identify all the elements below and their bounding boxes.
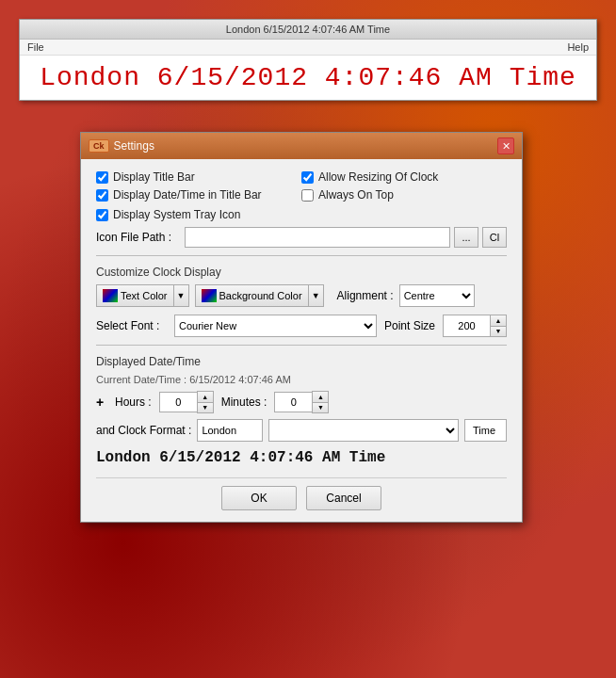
hours-down[interactable]: ▼	[198, 403, 213, 413]
close-button[interactable]: ✕	[497, 137, 514, 154]
dialog-buttons: OK Cancel	[96, 477, 507, 510]
system-tray-label[interactable]: Display System Tray Icon	[113, 208, 240, 221]
display-datetime-checkbox[interactable]	[96, 189, 108, 202]
settings-body: Display Title Bar Display Date/Time in T…	[81, 159, 522, 522]
clock-display: London 6/15/2012 4:07:46 AM Time	[20, 56, 596, 100]
point-size-label: Point Size	[384, 319, 435, 332]
hours-input[interactable]	[159, 392, 197, 412]
clock-menubar: File Help	[20, 40, 596, 56]
left-checks: Display Title Bar Display Date/Time in T…	[96, 170, 301, 206]
ok-button[interactable]: OK	[221, 486, 297, 510]
minutes-label: Minutes :	[221, 396, 267, 409]
bg-color-dropdown[interactable]: ▼	[309, 284, 324, 307]
allow-resizing-checkbox[interactable]	[301, 171, 314, 184]
divider2	[96, 345, 507, 346]
icon-path-label: Icon File Path :	[96, 231, 181, 244]
point-size-spinner: ▲ ▼	[490, 315, 507, 337]
point-size-input[interactable]	[443, 315, 490, 337]
point-size-up[interactable]: ▲	[491, 315, 506, 327]
display-titlebar-row: Display Title Bar	[96, 170, 301, 184]
alignment-label: Alignment :	[337, 289, 394, 302]
system-tray-row: Display System Tray Icon	[96, 208, 507, 221]
offset-row: + Hours : ▲ ▼ Minutes : ▲ ▼	[96, 391, 507, 413]
text-color-group: Text Color ▼	[96, 284, 189, 307]
font-select[interactable]: Courier New Arial Times New Roman	[174, 315, 377, 337]
plus-label: +	[96, 395, 107, 410]
settings-title: Settings	[114, 139, 154, 153]
titlebar-left: Ck Settings	[89, 139, 154, 153]
allow-resizing-row: Allow Resizing Of Clock	[301, 170, 507, 184]
always-on-top-checkbox[interactable]	[301, 189, 314, 202]
minutes-up[interactable]: ▲	[313, 392, 328, 403]
current-value: 6/15/2012 4:07:46 AM	[189, 374, 291, 385]
point-size-down[interactable]: ▼	[491, 327, 506, 337]
bg-color-icon	[202, 289, 217, 302]
right-checks: Allow Resizing Of Clock Always On Top	[301, 170, 507, 206]
clear-button[interactable]: Cl	[482, 227, 507, 248]
checkboxes-section: Display Title Bar Display Date/Time in T…	[96, 170, 507, 206]
displayed-section-label: Displayed Date/Time	[96, 355, 507, 368]
clock-format-row: and Clock Format : Time	[96, 419, 507, 442]
always-on-top-row: Always On Top	[301, 188, 507, 202]
browse-button[interactable]: ...	[454, 227, 478, 248]
display-titlebar-checkbox[interactable]	[96, 171, 108, 184]
cancel-button[interactable]: Cancel	[306, 486, 381, 510]
clock-text: London 6/15/2012 4:07:46 AM Time	[31, 63, 585, 92]
point-size-container: ▲ ▼	[443, 315, 507, 337]
minutes-input[interactable]	[274, 392, 312, 412]
text-color-icon	[103, 289, 118, 302]
and-label: and Clock Format :	[96, 424, 191, 437]
minutes-spinner: ▲ ▼	[312, 391, 329, 413]
alignment-select[interactable]: Left Centre Right	[399, 284, 475, 307]
minutes-down[interactable]: ▼	[313, 403, 328, 413]
clock-window: London 6/15/2012 4:07:46 AM Time File He…	[19, 19, 597, 101]
display-datetime-label[interactable]: Display Date/Time in Title Bar	[113, 188, 262, 202]
color-buttons-row: Text Color ▼ Background Color ▼ Alignmen…	[96, 284, 507, 307]
text-color-dropdown[interactable]: ▼	[174, 284, 189, 307]
icon-path-input[interactable]	[185, 227, 450, 248]
background-color-button[interactable]: Background Color	[195, 284, 309, 307]
customize-section-label: Customize Clock Display	[96, 266, 507, 279]
font-label: Select Font :	[96, 319, 167, 332]
ck-icon: Ck	[89, 139, 109, 153]
icon-path-row: Icon File Path : ... Cl	[96, 227, 507, 248]
display-datetime-row: Display Date/Time in Title Bar	[96, 188, 301, 202]
background-color-label: Background Color	[219, 290, 302, 301]
format-select[interactable]	[268, 419, 459, 442]
minutes-input-group: ▲ ▼	[274, 391, 329, 413]
display-titlebar-label[interactable]: Display Title Bar	[113, 170, 195, 184]
clock-window-title: London 6/15/2012 4:07:46 AM Time	[226, 24, 390, 35]
divider1	[96, 255, 507, 256]
hours-up[interactable]: ▲	[198, 392, 213, 403]
displayed-section: Displayed Date/Time Current Date/Time : …	[96, 355, 507, 466]
allow-resizing-label[interactable]: Allow Resizing Of Clock	[318, 170, 438, 184]
bg-color-group: Background Color ▼	[195, 284, 324, 307]
timezone-input[interactable]	[197, 419, 263, 442]
settings-titlebar: Ck Settings ✕	[81, 133, 522, 159]
system-tray-checkbox[interactable]	[96, 209, 108, 221]
current-datetime-row: Current Date/Time : 6/15/2012 4:07:46 AM	[96, 374, 507, 385]
hours-input-group: ▲ ▼	[159, 391, 214, 413]
text-color-label: Text Color	[121, 290, 168, 301]
hours-label: Hours :	[115, 396, 152, 409]
menu-file[interactable]: File	[27, 41, 44, 53]
hours-spinner: ▲ ▼	[197, 391, 214, 413]
settings-dialog: Ck Settings ✕ Display Title Bar Display …	[80, 132, 523, 523]
always-on-top-label[interactable]: Always On Top	[318, 188, 394, 202]
text-color-button[interactable]: Text Color	[96, 284, 174, 307]
font-row: Select Font : Courier New Arial Times Ne…	[96, 315, 507, 337]
preview-text: London 6/15/2012 4:07:46 AM Time	[96, 449, 507, 466]
clock-titlebar: London 6/15/2012 4:07:46 AM Time	[20, 20, 596, 40]
time-label-box: Time	[464, 419, 507, 442]
menu-help[interactable]: Help	[567, 41, 589, 53]
current-label: Current Date/Time :	[96, 374, 186, 385]
